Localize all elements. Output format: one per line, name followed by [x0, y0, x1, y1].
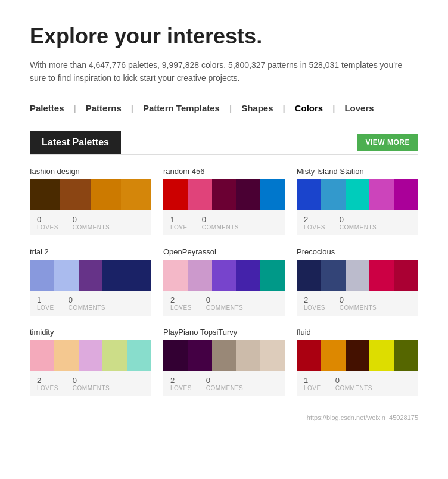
loves-group: 0LOVES: [37, 215, 58, 231]
comments-group: 0COMMENTS: [73, 215, 110, 231]
palette-card[interactable]: trial 21LOVE0COMMENTS: [30, 247, 151, 316]
loves-group: 1LOVE: [37, 296, 54, 311]
color-swatch: [297, 260, 321, 291]
view-more-button[interactable]: VIEW MORE: [357, 134, 418, 151]
color-swatch: [212, 260, 237, 291]
loves-count: 2: [170, 376, 192, 385]
palette-name: random 456: [163, 167, 285, 176]
palette-colors: [297, 179, 418, 210]
palette-stats: 1LOVE0COMMENTS: [297, 371, 418, 396]
comments-count: 0: [202, 215, 239, 224]
loves-label: LOVES: [170, 304, 192, 311]
nav-item-patterns[interactable]: Patterns: [76, 103, 131, 113]
nav-item-pattern-templates[interactable]: Pattern Templates: [133, 103, 229, 113]
loves-count: 2: [304, 215, 325, 224]
comments-group: 0COMMENTS: [202, 215, 239, 231]
color-swatch: [236, 340, 260, 371]
color-swatch: [212, 179, 237, 210]
color-swatch: [127, 260, 151, 291]
color-swatch: [236, 179, 260, 210]
palette-colors: [163, 179, 285, 210]
color-swatch: [346, 340, 370, 371]
comments-label: COMMENTS: [206, 385, 243, 391]
nav-item-shapes[interactable]: Shapes: [232, 103, 282, 113]
color-swatch: [91, 179, 121, 210]
palette-card[interactable]: random 4561LOVE0COMMENTS: [163, 167, 285, 235]
comments-group: 0COMMENTS: [335, 376, 372, 391]
comments-label: COMMENTS: [206, 304, 243, 311]
palette-card[interactable]: PlayPiano TopsiTurvy2LOVES0COMMENTS: [163, 328, 285, 396]
comments-count: 0: [69, 296, 105, 304]
nav-item-lovers[interactable]: Lovers: [335, 103, 383, 113]
color-swatch: [321, 179, 346, 210]
palette-colors: [30, 179, 151, 210]
loves-label: LOVE: [37, 304, 54, 311]
palette-card[interactable]: fashion design0LOVES0COMMENTS: [30, 167, 151, 235]
palette-card[interactable]: timidity2LOVES0COMMENTS: [30, 328, 151, 396]
color-swatch: [188, 260, 212, 291]
color-swatch: [369, 260, 394, 291]
color-swatch: [60, 179, 91, 210]
loves-count: 2: [304, 296, 325, 304]
loves-count: 2: [37, 376, 58, 385]
color-swatch: [121, 179, 151, 210]
color-swatch: [163, 260, 188, 291]
comments-label: COMMENTS: [73, 224, 110, 231]
loves-label: LOVES: [304, 304, 325, 311]
palette-stats: 2LOVES0COMMENTS: [30, 371, 151, 396]
palette-stats: 2LOVES0COMMENTS: [163, 291, 285, 316]
loves-label: LOVE: [170, 224, 188, 231]
palette-stats: 1LOVE0COMMENTS: [30, 291, 151, 316]
comments-group: 0COMMENTS: [340, 296, 377, 311]
loves-group: 1LOVE: [304, 376, 321, 391]
color-swatch: [321, 340, 346, 371]
color-swatch: [394, 260, 418, 291]
color-swatch: [163, 179, 188, 210]
color-swatch: [260, 260, 285, 291]
color-swatch: [297, 340, 321, 371]
comments-count: 0: [335, 376, 372, 385]
palette-colors: [163, 340, 285, 371]
palette-card[interactable]: fluid1LOVE0COMMENTS: [297, 328, 418, 396]
palette-card[interactable]: Precocious2LOVES0COMMENTS: [297, 247, 418, 316]
comments-count: 0: [73, 215, 110, 224]
color-swatch: [30, 340, 54, 371]
watermark: https://blog.csdn.net/weixin_45028175: [30, 414, 418, 421]
palette-stats: 2LOVES0COMMENTS: [297, 210, 418, 235]
color-swatch: [236, 260, 260, 291]
comments-label: COMMENTS: [69, 304, 105, 311]
comments-count: 0: [340, 296, 377, 304]
palette-name: fluid: [297, 328, 418, 337]
palette-name: trial 2: [30, 247, 151, 256]
palette-name: fashion design: [30, 167, 151, 176]
palette-colors: [297, 340, 418, 371]
palette-colors: [30, 340, 151, 371]
loves-label: LOVES: [37, 224, 58, 231]
color-swatch: [102, 260, 127, 291]
color-swatch: [212, 340, 237, 371]
loves-label: LOVES: [304, 224, 325, 231]
main-nav: Palettes|Patterns|Pattern Templates|Shap…: [30, 103, 418, 113]
palette-name: PlayPiano TopsiTurvy: [163, 328, 285, 337]
palette-name: Misty Island Station: [297, 167, 418, 176]
palette-card[interactable]: Misty Island Station2LOVES0COMMENTS: [297, 167, 418, 235]
loves-group: 2LOVES: [37, 376, 58, 391]
palettes-grid: fashion design0LOVES0COMMENTSrandom 4561…: [30, 167, 418, 396]
comments-count: 0: [73, 376, 110, 385]
color-swatch: [54, 260, 79, 291]
palette-colors: [30, 260, 151, 291]
comments-count: 0: [206, 296, 243, 304]
color-swatch: [297, 179, 321, 210]
nav-item-colors[interactable]: Colors: [285, 103, 333, 113]
color-swatch: [260, 340, 285, 371]
comments-group: 0COMMENTS: [340, 215, 377, 231]
comments-group: 0COMMENTS: [69, 296, 105, 311]
loves-group: 2LOVES: [304, 215, 325, 231]
comments-count: 0: [206, 376, 243, 385]
palette-card[interactable]: OpenPeyrassol2LOVES0COMMENTS: [163, 247, 285, 316]
color-swatch: [346, 260, 370, 291]
nav-item-palettes[interactable]: Palettes: [30, 103, 74, 113]
color-swatch: [346, 179, 370, 210]
loves-group: 2LOVES: [304, 296, 325, 311]
loves-count: 2: [170, 296, 192, 304]
